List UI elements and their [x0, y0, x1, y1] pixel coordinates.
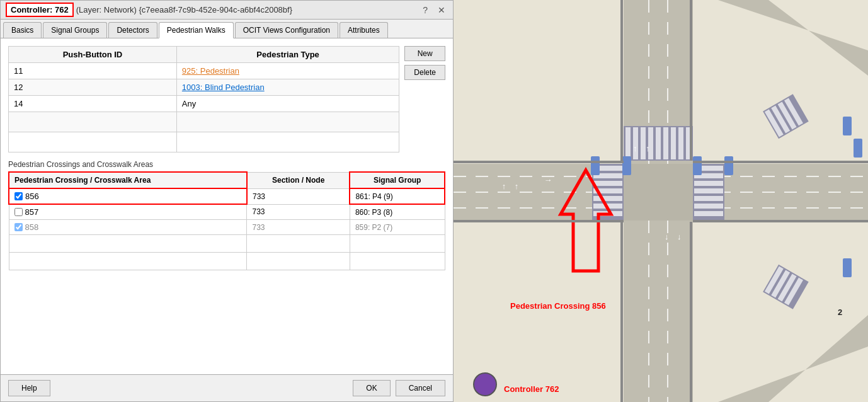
svg-rect-22: [694, 181, 723, 186]
col-header-push-button-id: Push-Button ID: [9, 47, 177, 63]
push-button-table-container: Push-Button ID Pedestrian Type 11 925: P…: [8, 46, 399, 152]
crossing-id-857: 857: [25, 207, 39, 217]
controller-id-label: Controller: 762: [6, 3, 74, 17]
cancel-button[interactable]: Cancel: [396, 380, 445, 396]
col-header-signal-group: Signal Group: [350, 172, 445, 188]
help-button[interactable]: ?: [420, 4, 430, 16]
svg-rect-25: [694, 204, 723, 209]
svg-rect-68: [454, 220, 624, 222]
svg-text:↓: ↓: [665, 232, 669, 241]
crossing-cell-858: 858: [9, 220, 247, 235]
section-cell-858: 733: [247, 220, 350, 235]
title-text: (Layer: Network) {c7eeaa8f-7c9b-452e-904…: [76, 5, 292, 14]
svg-rect-52: [693, 156, 702, 175]
tab-signal-groups[interactable]: Signal Groups: [43, 22, 107, 38]
empty-row: [9, 253, 445, 270]
svg-rect-10: [624, 164, 693, 221]
push-button-id-cell: 11: [9, 63, 177, 79]
table-row[interactable]: 11 925: Pedestrian: [9, 63, 399, 79]
section-label: Pedestrian Crossings and Crosswalk Areas: [8, 160, 445, 169]
svg-text:↑: ↑: [646, 144, 650, 153]
pedestrian-type-cell[interactable]: 925: Pedestrian: [176, 63, 399, 79]
crossing-cell-857: 857: [9, 204, 247, 220]
svg-rect-33: [663, 127, 668, 159]
svg-rect-51: [622, 156, 631, 175]
tab-basics[interactable]: Basics: [3, 22, 42, 38]
crossing-id-858: 858: [25, 222, 39, 232]
svg-rect-73: [690, 222, 692, 402]
tab-ocit-views[interactable]: OCIT Views Configuration: [235, 22, 338, 38]
push-button-id-cell: 14: [9, 96, 177, 112]
crossing-checkbox-856[interactable]: [14, 192, 23, 200]
svg-text:↑: ↑: [633, 144, 637, 153]
svg-rect-69: [693, 220, 868, 222]
empty-row: [9, 112, 399, 132]
svg-rect-54: [843, 117, 852, 135]
svg-rect-23: [694, 188, 723, 193]
svg-rect-32: [656, 127, 661, 159]
svg-rect-71: [690, 0, 692, 161]
svg-rect-24: [694, 196, 723, 201]
push-button-id-cell: 12: [9, 79, 177, 96]
map-panel: ↑ ↑ → ↑ ↑ ↓ ↓ Pedestrian Crossing 856 2 …: [454, 0, 868, 402]
title-bar-left: Controller: 762 (Layer: Network) {c7eeaa…: [6, 3, 292, 17]
type-link[interactable]: 1003: Blind Pedestrian: [182, 83, 265, 92]
section-cell-857: 733: [247, 204, 350, 220]
title-bar: Controller: 762 (Layer: Network) {c7eeaa…: [1, 1, 453, 20]
tab-pedestrian-walks[interactable]: Pedestrian Walks: [159, 22, 234, 38]
delete-button[interactable]: Delete: [404, 65, 445, 80]
col-header-pedestrian-type: Pedestrian Type: [176, 47, 399, 63]
tab-attributes[interactable]: Attributes: [340, 22, 388, 38]
crossing-checkbox-858[interactable]: [14, 223, 23, 231]
crossing-row-856[interactable]: 856 733 861: P4 (9): [9, 188, 445, 204]
svg-text:Pedestrian Crossing 856: Pedestrian Crossing 856: [510, 301, 606, 311]
table-row[interactable]: 14 Any: [9, 96, 399, 112]
crossing-cell-856: 856: [9, 188, 247, 204]
svg-rect-34: [671, 127, 676, 159]
title-bar-right: ? ✕: [420, 4, 448, 16]
help-btn[interactable]: Help: [8, 380, 50, 396]
close-button[interactable]: ✕: [435, 4, 448, 16]
svg-rect-66: [454, 161, 624, 163]
col-header-section-node: Section / Node: [247, 172, 350, 188]
empty-row: [9, 235, 445, 253]
crossing-row-857[interactable]: 857 733 860: P3 (8): [9, 204, 445, 220]
svg-text:↑: ↑: [515, 181, 519, 191]
svg-rect-56: [843, 258, 852, 277]
svg-rect-70: [620, 0, 623, 161]
ok-button[interactable]: OK: [353, 380, 390, 396]
svg-text:↑: ↑: [502, 181, 506, 191]
crossing-checkbox-857[interactable]: [14, 208, 23, 216]
content-area: Push-Button ID Pedestrian Type 11 925: P…: [1, 38, 453, 374]
crossings-table: Pedestrian Crossing / Crosswalk Area Sec…: [8, 171, 445, 270]
svg-rect-26: [694, 211, 723, 216]
svg-rect-28: [625, 127, 631, 159]
new-button[interactable]: New: [404, 46, 445, 61]
svg-rect-30: [641, 127, 646, 159]
signal-group-cell-858: 859: P2 (7): [350, 220, 445, 235]
signal-group-cell-857: 860: P3 (8): [350, 204, 445, 220]
svg-rect-35: [678, 127, 683, 159]
push-button-actions: New Delete: [404, 46, 445, 80]
svg-text:Controller 762: Controller 762: [504, 384, 559, 394]
svg-text:2: 2: [838, 307, 842, 317]
bottom-bar: Help OK Cancel: [1, 374, 453, 401]
col-header-crossing-area: Pedestrian Crossing / Crosswalk Area: [9, 172, 247, 188]
map-svg: ↑ ↑ → ↑ ↑ ↓ ↓ Pedestrian Crossing 856 2 …: [454, 0, 868, 402]
bottom-right-buttons: OK Cancel: [353, 380, 445, 396]
svg-rect-72: [620, 222, 623, 402]
push-button-table: Push-Button ID Pedestrian Type 11 925: P…: [8, 46, 399, 152]
empty-row: [9, 132, 399, 152]
section-cell-856: 733: [247, 188, 350, 204]
pedestrian-crossings-section: Pedestrian Crossings and Crosswalk Areas…: [8, 160, 445, 270]
signal-group-cell-856: 861: P4 (9): [350, 188, 445, 204]
tab-detectors[interactable]: Detectors: [108, 22, 157, 38]
crossing-row-858[interactable]: 858 733 859: P2 (7): [9, 220, 445, 235]
push-button-section: Push-Button ID Pedestrian Type 11 925: P…: [8, 46, 445, 152]
svg-rect-53: [724, 156, 733, 175]
svg-rect-67: [693, 161, 868, 163]
type-link[interactable]: 925: Pedestrian: [182, 66, 239, 76]
crossing-id-856: 856: [25, 192, 39, 201]
table-row[interactable]: 12 1003: Blind Pedestrian: [9, 79, 399, 96]
pedestrian-type-cell[interactable]: 1003: Blind Pedestrian: [176, 79, 399, 96]
